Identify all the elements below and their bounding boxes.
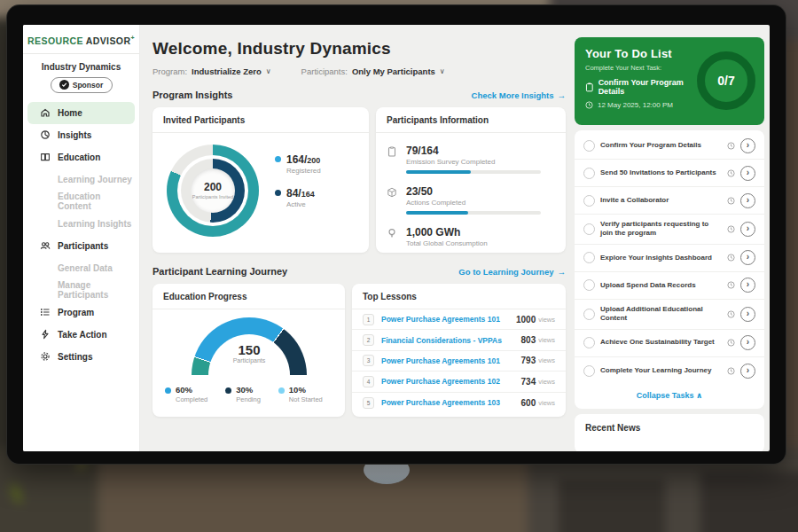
logo-text-advisor: ADVISOR <box>86 35 131 46</box>
task-row[interactable]: Explore Your Insights Dashboard › <box>575 245 764 272</box>
task-checkbox[interactable] <box>583 195 595 207</box>
chevron-right-icon: › <box>747 253 749 262</box>
chevron-right-icon: › <box>747 224 749 233</box>
survey-icon <box>387 146 397 157</box>
sidebar: RESOURCE ADVISOR+ Industry Dynamics Spon… <box>23 25 140 451</box>
clock-icon <box>727 142 735 150</box>
lesson-row[interactable]: 3 Power Purchase Agreements 101 793views <box>352 351 566 372</box>
task-checkbox[interactable] <box>583 337 595 348</box>
lesson-rank: 1 <box>363 314 374 325</box>
nav-menu: Home Insights Education Learning Journey… <box>23 102 139 368</box>
sidebar-item-learning-journey[interactable]: Learning Journey <box>27 168 135 191</box>
sidebar-item-settings[interactable]: Settings <box>27 346 135 368</box>
participants-icon <box>40 240 51 251</box>
lesson-rank: 4 <box>363 376 374 387</box>
sidebar-item-education-content[interactable]: Education Content <box>27 191 135 213</box>
program-icon <box>40 307 51 317</box>
lesson-link[interactable]: Power Purchase Agreements 101 <box>381 315 516 324</box>
learning-journey-header: Participant Learning Journey Go to Learn… <box>153 266 566 277</box>
task-row[interactable]: Confirm Your Program Details › <box>575 132 764 160</box>
sponsor-badge: Sponsor <box>51 77 113 93</box>
task-row[interactable]: Send 50 Invitations to Participants › <box>575 160 764 187</box>
lesson-rank: 2 <box>363 334 374 346</box>
task-row[interactable]: Complete Your Learning Journey › <box>575 357 764 385</box>
lesson-row[interactable]: 5 Power Purchase Agreements 103 600views <box>352 393 566 413</box>
task-checkbox[interactable] <box>583 279 595 291</box>
card-title: Invited Participants <box>153 107 369 133</box>
filters-bar: Program: Industrialize Zero ∨ Participan… <box>153 66 575 76</box>
chevron-right-icon: › <box>747 338 749 347</box>
lesson-row[interactable]: 1 Power Purchase Agreements 101 1000view… <box>352 309 566 330</box>
sidebar-item-education[interactable]: Education <box>27 146 135 168</box>
task-checkbox[interactable] <box>583 168 595 179</box>
card-title: Participants Information <box>376 107 566 133</box>
task-open-button[interactable]: › <box>740 222 755 237</box>
task-checkbox[interactable] <box>583 365 595 377</box>
card-title: Education Progress <box>153 284 345 309</box>
lesson-link[interactable]: Power Purchase Agreements 101 <box>381 356 521 365</box>
chevron-up-icon: ∧ <box>696 391 702 400</box>
task-open-button[interactable]: › <box>740 166 755 181</box>
sidebar-item-insights[interactable]: Insights <box>27 124 135 146</box>
todo-progress-ring: 0/7 <box>697 51 755 110</box>
check-more-insights-link[interactable]: Check More Insights→ <box>472 90 566 100</box>
lesson-link[interactable]: Financial Considerations - VPPAs <box>381 336 521 345</box>
task-checkbox[interactable] <box>583 223 595 235</box>
sidebar-item-program[interactable]: Program <box>27 301 135 324</box>
sidebar-item-learning-insights[interactable]: Learning Insights <box>27 213 135 235</box>
lesson-link[interactable]: Power Purchase Agreements 103 <box>381 398 521 407</box>
clipboard-icon <box>585 82 594 92</box>
task-open-button[interactable]: › <box>740 278 755 293</box>
task-open-button[interactable]: › <box>740 193 755 208</box>
program-dropdown[interactable]: Program: Industrialize Zero ∨ <box>153 66 271 76</box>
task-row[interactable]: Upload Additional Educational Content › <box>575 300 764 330</box>
task-checkbox[interactable] <box>583 140 595 152</box>
task-open-button[interactable]: › <box>740 138 755 153</box>
lesson-row[interactable]: 4 Power Purchase Agreements 102 734views <box>352 372 566 392</box>
sponsor-icon <box>59 80 69 90</box>
main-content: Welcome, Industry Dynamics Program: Indu… <box>140 25 575 451</box>
card-title: Recent News <box>585 423 754 433</box>
chevron-right-icon: › <box>747 141 749 150</box>
go-to-learning-journey-link[interactable]: Go to Learning Journey→ <box>458 267 566 277</box>
sidebar-item-manage-participants[interactable]: Manage Participants <box>27 279 135 301</box>
task-row[interactable]: Achieve One Sustainability Target › <box>575 330 764 357</box>
education-progress-card: Education Progress 150 Participants 60% … <box>153 284 345 417</box>
clock-icon <box>727 339 735 347</box>
donut-legend: 164/200 Registered 84/164 Active <box>275 153 321 221</box>
lesson-row[interactable]: 2 Financial Considerations - VPPAs 803vi… <box>352 330 566 350</box>
actions-icon <box>387 187 397 198</box>
task-checkbox[interactable] <box>583 252 595 263</box>
task-checkbox[interactable] <box>583 309 595 320</box>
top-lessons-card: Top Lessons 1 Power Purchase Agreements … <box>352 284 566 417</box>
lesson-link[interactable]: Power Purchase Agreements 102 <box>381 377 521 386</box>
take-action-icon <box>40 329 51 340</box>
task-row[interactable]: Invite a Collaborator › <box>575 187 764 215</box>
sidebar-item-take-action[interactable]: Take Action <box>27 324 135 346</box>
task-open-button[interactable]: › <box>740 364 755 379</box>
donut-center-value: 200 <box>204 181 222 193</box>
clock-icon <box>727 225 735 233</box>
chevron-right-icon: › <box>747 280 749 289</box>
legend-dot <box>278 387 285 394</box>
sidebar-item-home[interactable]: Home <box>27 102 135 124</box>
sidebar-item-general-data[interactable]: General Data <box>27 257 135 279</box>
collapse-tasks-link[interactable]: Collapse Tasks ∧ <box>575 385 764 407</box>
task-row[interactable]: Upload Spend Data Records › <box>575 272 764 300</box>
chevron-right-icon: › <box>747 309 749 318</box>
invited-donut-chart: 200 Participants Invited <box>167 145 259 237</box>
participants-information-card: Participants Information 79/164 Emission… <box>376 107 566 253</box>
task-open-button[interactable]: › <box>740 250 755 265</box>
chevron-right-icon: › <box>747 168 749 177</box>
app-logo: RESOURCE ADVISOR+ <box>23 25 139 54</box>
task-open-button[interactable]: › <box>740 335 755 350</box>
logo-text-resource: RESOURCE <box>27 35 83 46</box>
todo-next-task[interactable]: Confirm Your Program Details <box>585 78 708 96</box>
org-name: Industry Dynamics <box>23 62 139 72</box>
task-row[interactable]: Verify participants requesting to join t… <box>575 215 764 245</box>
home-icon <box>40 107 51 118</box>
task-open-button[interactable]: › <box>740 307 755 322</box>
program-insights-header: Program Insights Check More Insights→ <box>153 90 566 100</box>
participants-dropdown[interactable]: Participants: Only My Participants ∨ <box>301 66 445 76</box>
sidebar-item-participants[interactable]: Participants <box>27 235 135 257</box>
